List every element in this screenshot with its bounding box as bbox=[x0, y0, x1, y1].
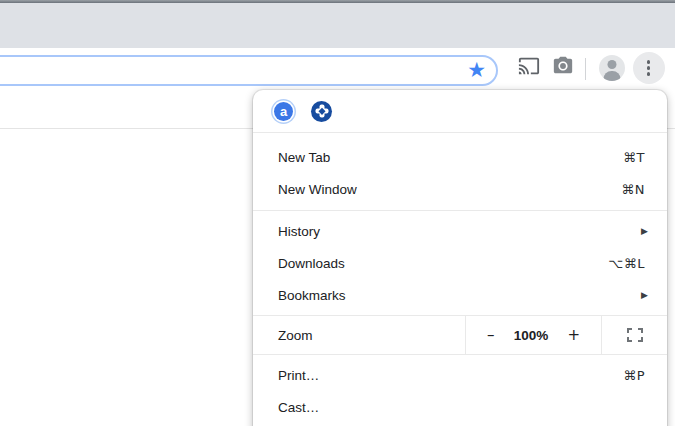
omnibox-input[interactable] bbox=[8, 59, 496, 83]
toolbar-separator bbox=[585, 58, 586, 80]
menu-bottom-section: Print… ⌘P Cast… bbox=[253, 355, 667, 423]
profile-button[interactable] bbox=[598, 48, 626, 88]
zoom-row: Zoom – 100% + bbox=[253, 316, 667, 355]
extension-a-icon[interactable]: a bbox=[274, 102, 293, 121]
menu-item-print[interactable]: Print… ⌘P bbox=[253, 359, 667, 391]
zoom-controls: – 100% + bbox=[466, 316, 602, 354]
menu-divider bbox=[253, 210, 667, 211]
menu-extensions-row: a bbox=[253, 90, 667, 133]
browser-window: ★ a bbox=[0, 0, 675, 426]
menu-item-label: Bookmarks bbox=[278, 288, 638, 303]
camera-icon bbox=[552, 55, 574, 81]
omnibox[interactable]: ★ bbox=[0, 55, 498, 86]
fullscreen-icon bbox=[627, 328, 643, 342]
menu-item-bookmarks[interactable]: Bookmarks ▶ bbox=[253, 279, 667, 311]
menu-item-shortcut: ⌥⌘L bbox=[608, 256, 645, 271]
menu-item-new-window[interactable]: New Window ⌘N bbox=[253, 173, 667, 205]
tab-strip[interactable] bbox=[0, 3, 675, 48]
submenu-arrow-icon: ▶ bbox=[641, 290, 648, 300]
fullscreen-button[interactable] bbox=[602, 316, 667, 354]
cast-icon bbox=[518, 55, 540, 81]
more-menu-button[interactable] bbox=[632, 48, 665, 88]
extension-cross-icon[interactable] bbox=[311, 101, 332, 122]
menu-item-downloads[interactable]: Downloads ⌥⌘L bbox=[253, 247, 667, 279]
zoom-in-button[interactable]: + bbox=[567, 328, 580, 343]
menu-list: New Tab ⌘T New Window ⌘N History ▶ Downl… bbox=[253, 133, 667, 423]
menu-item-label: Downloads bbox=[278, 256, 608, 271]
menu-item-shortcut: ⌘P bbox=[623, 368, 645, 383]
avatar bbox=[599, 55, 625, 81]
menu-item-label: New Tab bbox=[278, 150, 623, 165]
zoom-label: Zoom bbox=[253, 316, 466, 354]
screenshot-button[interactable] bbox=[548, 48, 578, 88]
menu-item-label: Cast… bbox=[278, 400, 645, 415]
menu-item-label: Print… bbox=[278, 368, 623, 383]
cast-button[interactable] bbox=[514, 48, 544, 88]
menu-item-shortcut: ⌘N bbox=[621, 182, 645, 197]
submenu-arrow-icon: ▶ bbox=[641, 226, 648, 236]
more-vertical-icon bbox=[633, 52, 665, 84]
zoom-value: 100% bbox=[514, 328, 549, 343]
menu-item-label: New Window bbox=[278, 182, 621, 197]
menu-item-shortcut: ⌘T bbox=[623, 150, 645, 165]
menu-item-cast[interactable]: Cast… bbox=[253, 391, 667, 423]
menu-item-history[interactable]: History ▶ bbox=[253, 215, 667, 247]
menu-item-new-tab[interactable]: New Tab ⌘T bbox=[253, 141, 667, 173]
bookmark-star-icon[interactable]: ★ bbox=[467, 59, 486, 80]
menu-item-label: History bbox=[278, 224, 638, 239]
zoom-out-button[interactable]: – bbox=[487, 328, 495, 343]
chrome-menu-popup: a New Tab ⌘T New Window ⌘N History ▶ Dow… bbox=[253, 90, 667, 426]
